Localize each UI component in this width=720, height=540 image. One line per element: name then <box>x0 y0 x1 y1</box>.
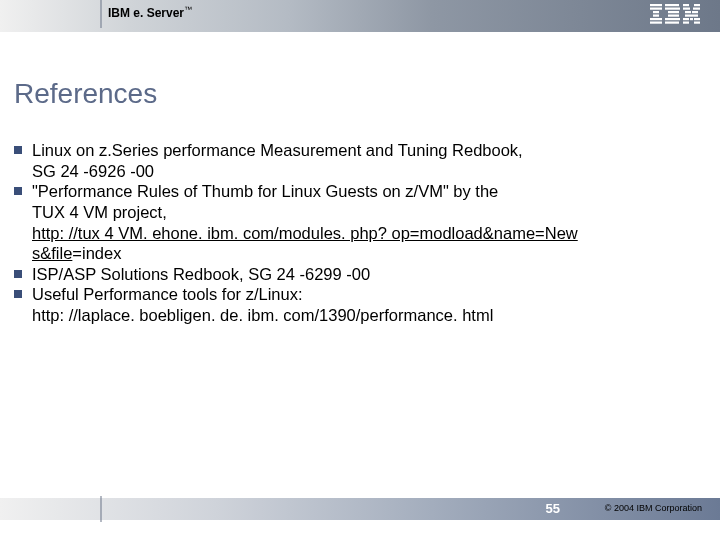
footer-band: 55 © 2004 IBM Corporation <box>0 498 720 520</box>
svg-rect-5 <box>650 22 662 24</box>
svg-rect-15 <box>693 8 700 10</box>
page-number: 55 <box>546 501 560 516</box>
svg-rect-9 <box>668 15 679 17</box>
bullet-icon <box>14 187 22 195</box>
bullet-icon <box>14 270 22 278</box>
ibm-logo-icon <box>650 4 700 28</box>
reference-link[interactable]: http: //tux 4 VM. ehone. ibm. com/module… <box>32 224 578 242</box>
svg-rect-8 <box>668 11 679 13</box>
svg-rect-3 <box>653 15 659 17</box>
svg-rect-7 <box>665 8 680 10</box>
bullet-text: SG 24 -6926 -00 <box>32 162 154 180</box>
header-divider <box>100 0 102 28</box>
list-item: "Performance Rules of Thumb for Linux Gu… <box>14 181 706 264</box>
header-band: IBM e. Server™ <box>0 0 720 32</box>
brand-text: IBM e. Server <box>108 6 184 20</box>
bullet-text: "Performance Rules of Thumb for Linux Gu… <box>32 182 498 200</box>
svg-rect-10 <box>665 18 680 20</box>
tm-symbol: ™ <box>184 5 192 14</box>
bullet-text: Useful Performance tools for z/Linux: <box>32 285 303 303</box>
bullet-text: TUX 4 VM project, <box>32 203 167 221</box>
list-item: Useful Performance tools for z/Linux: ht… <box>14 284 706 325</box>
svg-rect-23 <box>694 22 700 24</box>
page-title: References <box>14 78 706 110</box>
svg-rect-11 <box>665 22 679 24</box>
svg-rect-22 <box>683 22 689 24</box>
svg-rect-21 <box>694 18 700 20</box>
list-item: ISP/ASP Solutions Redbook, SG 24 -6299 -… <box>14 264 706 285</box>
bullet-icon <box>14 290 22 298</box>
svg-rect-14 <box>683 8 690 10</box>
list-item: Linux on z.Series performance Measuremen… <box>14 140 706 181</box>
bullet-text: Linux on z.Series performance Measuremen… <box>32 141 523 159</box>
svg-rect-19 <box>683 18 689 20</box>
bullet-list: Linux on z.Series performance Measuremen… <box>14 140 706 326</box>
slide-content: References Linux on z.Series performance… <box>0 32 720 326</box>
svg-rect-2 <box>653 11 659 13</box>
svg-rect-20 <box>690 18 693 20</box>
bullet-text: http: //laplace. boebligen. de. ibm. com… <box>32 306 493 324</box>
bullet-text: =index <box>72 244 121 262</box>
svg-rect-1 <box>650 8 662 10</box>
svg-rect-18 <box>685 15 698 17</box>
svg-rect-17 <box>692 11 698 13</box>
svg-rect-0 <box>650 4 662 6</box>
reference-link[interactable]: s&file <box>32 244 72 262</box>
bullet-icon <box>14 146 22 154</box>
svg-rect-6 <box>665 4 679 6</box>
svg-rect-13 <box>694 4 700 6</box>
bullet-text: ISP/ASP Solutions Redbook, SG 24 -6299 -… <box>32 265 370 283</box>
svg-rect-12 <box>683 4 689 6</box>
header-brand: IBM e. Server™ <box>108 5 192 20</box>
copyright-text: © 2004 IBM Corporation <box>605 503 702 513</box>
svg-rect-16 <box>685 11 691 13</box>
svg-rect-4 <box>650 18 662 20</box>
footer-divider <box>100 496 102 522</box>
